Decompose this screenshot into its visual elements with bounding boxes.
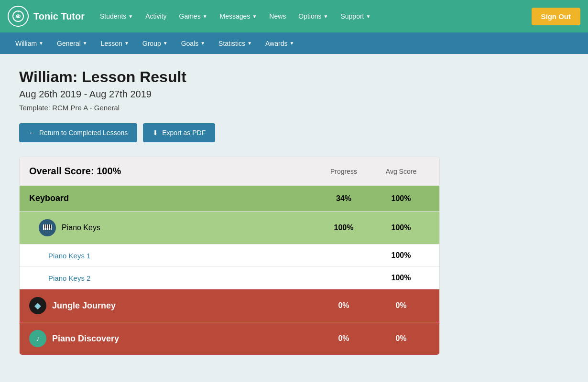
nav-item-messages[interactable]: Messages ▼ bbox=[214, 9, 263, 24]
download-icon: ⬇ bbox=[152, 129, 158, 137]
top-navigation: Tonic Tutor Students ▼ Activity Games ▼ … bbox=[0, 0, 588, 32]
logo-text: Tonic Tutor bbox=[33, 11, 85, 22]
jungle-journey-avg-score: 0% bbox=[372, 301, 430, 310]
nav-item-students[interactable]: Students ▼ bbox=[94, 9, 139, 24]
chevron-down-icon: ▼ bbox=[289, 41, 294, 46]
category-row-jungle-journey: ◆ Jungle Journey 0% 0% bbox=[20, 289, 439, 322]
sub-nav-item-group[interactable]: Group ▼ bbox=[137, 37, 174, 50]
piano-keys-1-link[interactable]: Piano Keys 1 bbox=[48, 252, 315, 260]
chevron-down-icon: ▼ bbox=[124, 41, 129, 46]
detail-row-piano-keys-2: Piano Keys 2 100% bbox=[20, 266, 439, 289]
sub-nav-item-statistics[interactable]: Statistics ▼ bbox=[213, 37, 258, 50]
score-card: Overall Score: 100% Progress Avg Score K… bbox=[19, 157, 440, 355]
piano-discovery-avg-score: 0% bbox=[372, 334, 430, 343]
category-row-piano-discovery: ♪ Piano Discovery 0% 0% bbox=[20, 322, 439, 355]
piano-discovery-progress: 0% bbox=[315, 334, 372, 343]
piano-discovery-name-area: ♪ Piano Discovery bbox=[29, 330, 315, 347]
return-to-completed-lessons-button[interactable]: ← Return to Completed Lessons bbox=[19, 123, 137, 142]
nav-item-options[interactable]: Options ▼ bbox=[293, 9, 334, 24]
svg-rect-9 bbox=[46, 224, 47, 228]
page-date: Aug 26th 2019 - Aug 27th 2019 bbox=[19, 89, 569, 100]
jungle-journey-name-area: ◆ Jungle Journey bbox=[29, 297, 315, 314]
sub-nav-item-lesson[interactable]: Lesson ▼ bbox=[95, 37, 135, 50]
chevron-down-icon: ▼ bbox=[324, 14, 328, 19]
score-header: Overall Score: 100% Progress Avg Score bbox=[20, 157, 439, 185]
export-as-pdf-button[interactable]: ⬇ Export as PDF bbox=[143, 123, 215, 142]
col-header-avg-score: Avg Score bbox=[372, 168, 430, 175]
svg-rect-10 bbox=[48, 224, 49, 228]
nav-items: Students ▼ Activity Games ▼ Messages ▼ N… bbox=[94, 9, 529, 24]
category-row-keyboard: Keyboard 34% 100% bbox=[20, 185, 439, 211]
sub-nav-item-general[interactable]: General ▼ bbox=[51, 37, 93, 50]
chevron-down-icon: ▼ bbox=[200, 41, 205, 46]
sub-nav-item-awards[interactable]: Awards ▼ bbox=[260, 37, 300, 50]
piano-keys-2-link[interactable]: Piano Keys 2 bbox=[48, 274, 315, 282]
sub-category-row-piano-keys: Piano Keys 100% 100% bbox=[20, 211, 439, 244]
sub-nav-item-william[interactable]: William ▼ bbox=[10, 37, 49, 50]
overall-score: Overall Score: 100% bbox=[29, 166, 315, 177]
piano-discovery-icon: ♪ bbox=[29, 330, 46, 347]
chevron-down-icon: ▼ bbox=[128, 14, 133, 19]
nav-item-news[interactable]: News bbox=[263, 9, 292, 24]
chevron-down-icon: ▼ bbox=[203, 14, 207, 19]
col-header-progress: Progress bbox=[315, 168, 372, 175]
chevron-down-icon: ▼ bbox=[163, 41, 168, 46]
nav-item-activity[interactable]: Activity bbox=[140, 9, 172, 24]
chevron-down-icon: ▼ bbox=[252, 14, 257, 19]
chevron-down-icon: ▼ bbox=[83, 41, 87, 46]
detail-row-piano-keys-1: Piano Keys 1 100% bbox=[20, 244, 439, 266]
nav-item-support[interactable]: Support ▼ bbox=[335, 9, 376, 24]
sign-out-button[interactable]: Sign Out bbox=[532, 8, 581, 25]
logo-area: Tonic Tutor bbox=[8, 6, 85, 27]
keyboard-avg-score: 100% bbox=[372, 194, 430, 203]
chevron-down-icon: ▼ bbox=[247, 41, 252, 46]
piano-keys-label: Piano Keys bbox=[62, 223, 100, 232]
jungle-journey-progress: 0% bbox=[315, 301, 372, 310]
piano-keys-icon bbox=[39, 219, 56, 236]
main-content: William: Lesson Result Aug 26th 2019 - A… bbox=[0, 54, 588, 382]
jungle-journey-icon: ◆ bbox=[29, 297, 46, 314]
jungle-journey-label: Jungle Journey bbox=[52, 301, 116, 311]
piano-keys-1-avg-score: 100% bbox=[372, 251, 430, 260]
sub-navigation: William ▼ General ▼ Lesson ▼ Group ▼ Goa… bbox=[0, 32, 588, 54]
keyboard-progress: 34% bbox=[315, 194, 372, 203]
nav-item-games[interactable]: Games ▼ bbox=[174, 9, 213, 24]
logo-icon bbox=[8, 6, 29, 27]
category-name-keyboard: Keyboard bbox=[29, 193, 315, 203]
piano-keys-name-area: Piano Keys bbox=[39, 219, 315, 236]
piano-discovery-label: Piano Discovery bbox=[52, 334, 119, 344]
page-title: William: Lesson Result bbox=[19, 68, 569, 86]
chevron-down-icon: ▼ bbox=[39, 41, 44, 46]
svg-rect-11 bbox=[50, 224, 51, 228]
arrow-left-icon: ← bbox=[29, 129, 35, 137]
svg-point-1 bbox=[17, 15, 19, 17]
chevron-down-icon: ▼ bbox=[366, 14, 371, 19]
piano-keys-progress: 100% bbox=[315, 223, 372, 232]
piano-keys-avg-score: 100% bbox=[372, 223, 430, 232]
page-template: Template: RCM Pre A - General bbox=[19, 104, 569, 112]
piano-keys-2-avg-score: 100% bbox=[372, 274, 430, 282]
svg-rect-8 bbox=[44, 224, 45, 228]
sub-nav-item-goals[interactable]: Goals ▼ bbox=[175, 37, 211, 50]
action-buttons: ← Return to Completed Lessons ⬇ Export a… bbox=[19, 123, 569, 142]
